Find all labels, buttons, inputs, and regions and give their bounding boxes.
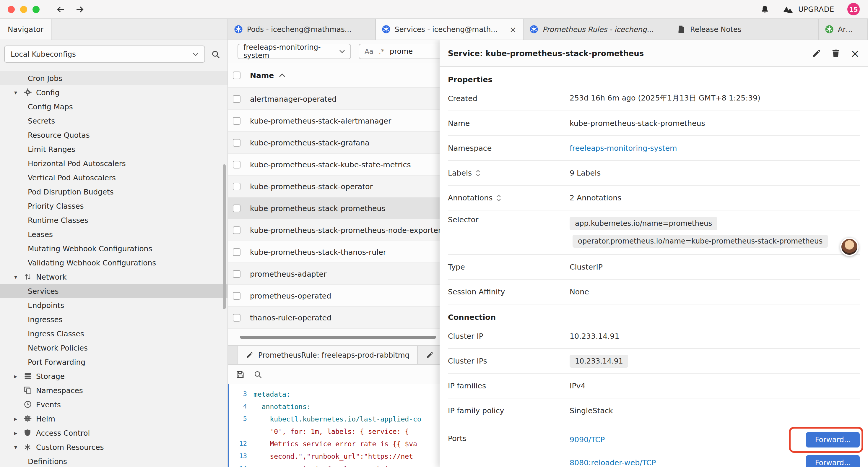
kubeconfig-select[interactable]: Local Kubeconfigs: [4, 46, 205, 63]
sidebar-item[interactable]: Config: [0, 85, 227, 99]
sort-asc-icon[interactable]: [279, 73, 285, 77]
select-all-checkbox[interactable]: [233, 71, 241, 79]
back-icon[interactable]: [56, 4, 66, 14]
sidebar-item-label: Config Maps: [28, 102, 73, 111]
sidebar-item[interactable]: Resource Quotas: [0, 128, 227, 142]
port-link[interactable]: 8080:reloader-web/TCP: [569, 458, 656, 467]
expand-collapse-icon[interactable]: [496, 194, 501, 201]
regex-toggle[interactable]: .*: [379, 47, 384, 56]
cluster-tab[interactable]: Prometheus Rules - icecheng...: [524, 19, 671, 39]
sidebar-item[interactable]: Cron Jobs: [0, 71, 227, 85]
sidebar-item[interactable]: Namespaces: [0, 383, 227, 397]
line-number: 12: [229, 440, 253, 447]
avatar[interactable]: [840, 238, 859, 256]
name-column-header[interactable]: Name: [250, 71, 274, 80]
row-checkbox[interactable]: [233, 226, 241, 234]
service-details-drawer: Service: kube-prometheus-stack-prometheu…: [440, 40, 868, 467]
sidebar-item[interactable]: Helm: [0, 411, 227, 426]
sidebar-item[interactable]: Events: [0, 397, 227, 411]
match-case-toggle[interactable]: Aa: [365, 47, 373, 56]
sidebar-item[interactable]: Ingresses: [0, 312, 227, 326]
labels-count[interactable]: 9 Labels: [569, 169, 860, 177]
row-checkbox[interactable]: [233, 95, 241, 103]
sidebar-item[interactable]: Ingress Classes: [0, 326, 227, 341]
sidebar-item[interactable]: Access Control: [0, 426, 227, 440]
row-checkbox[interactable]: [233, 204, 241, 212]
zoom-window-button[interactable]: [32, 6, 39, 13]
row-checkbox[interactable]: [233, 182, 241, 190]
service-name: kube-prometheus-stack-thanos-ruler: [250, 247, 386, 256]
sidebar-item[interactable]: Endpoints: [0, 298, 227, 312]
namespace-select[interactable]: freeleaps-monitoring-system: [238, 44, 351, 59]
row-checkbox[interactable]: [233, 270, 241, 278]
sidebar-item[interactable]: Vertical Pod Autoscalers: [0, 170, 227, 184]
notification-count-badge[interactable]: 15: [847, 3, 860, 16]
editor-search-icon[interactable]: [253, 370, 262, 379]
expand-collapse-icon[interactable]: [475, 169, 480, 176]
sidebar-scrollbar[interactable]: [223, 164, 226, 309]
minimize-window-button[interactable]: [20, 6, 27, 13]
sidebar-item[interactable]: Pod Disruption Budgets: [0, 184, 227, 199]
sidebar-item[interactable]: Runtime Classes: [0, 213, 227, 227]
horizontal-scrollbar[interactable]: [240, 335, 436, 339]
cluster-tab[interactable]: Services - icecheng@math... ×: [376, 19, 524, 39]
save-icon[interactable]: [236, 370, 245, 379]
delete-service-icon[interactable]: [831, 49, 840, 58]
session-affinity-row: Session Affinity None: [448, 280, 860, 304]
sidebar-item[interactable]: Storage: [0, 369, 227, 383]
forward-button[interactable]: Forward...: [806, 432, 860, 447]
navigator-sidebar: Local Kubeconfigs Cron Jobs: [0, 40, 228, 467]
edit-service-icon[interactable]: [812, 49, 821, 58]
properties-heading: Properties: [448, 75, 860, 84]
cluster-tab[interactable]: Argo Se: [819, 19, 868, 39]
sidebar-item[interactable]: Secrets: [0, 114, 227, 128]
sidebar-item-label: Network: [36, 272, 67, 281]
titlebar: UPGRADE 15: [0, 0, 868, 19]
ports-label: Ports: [448, 434, 569, 443]
upgrade-button[interactable]: UPGRADE: [782, 5, 834, 13]
forward-icon[interactable]: [75, 4, 85, 14]
sidebar-item[interactable]: Network: [0, 269, 227, 284]
sidebar-item[interactable]: Limit Ranges: [0, 142, 227, 156]
cluster-tab[interactable]: Pods - icecheng@mathmas...: [228, 19, 376, 39]
kubernetes-green-icon: [825, 25, 834, 34]
port-link[interactable]: 9090/TCP: [569, 435, 605, 444]
sidebar-item[interactable]: Priority Classes: [0, 199, 227, 213]
row-checkbox[interactable]: [233, 248, 241, 256]
sidebar-item[interactable]: Definitions: [0, 454, 227, 467]
annotations-count[interactable]: 2 Annotations: [569, 193, 860, 202]
forward-button[interactable]: Forward...: [806, 455, 860, 467]
chevron-icon: [14, 430, 23, 436]
code-text: second.","runbook_url":"https://net: [253, 452, 413, 460]
window-controls: [0, 6, 47, 13]
row-checkbox[interactable]: [233, 117, 241, 124]
sidebar-item[interactable]: Config Maps: [0, 99, 227, 114]
labels-row: Labels 9 Labels: [448, 161, 860, 185]
sidebar-item[interactable]: Horizontal Pod Autoscalers: [0, 156, 227, 170]
sidebar-item-label: Priority Classes: [28, 201, 84, 210]
row-checkbox[interactable]: [233, 314, 241, 321]
sidebar-item[interactable]: Services: [0, 284, 227, 298]
row-checkbox[interactable]: [233, 160, 241, 168]
storage-icon: [23, 372, 32, 380]
close-window-button[interactable]: [8, 6, 15, 13]
namespace-link[interactable]: freeleaps-monitoring-system: [569, 144, 677, 152]
custom-resources-icon: [23, 442, 32, 451]
sidebar-item[interactable]: Validating Webhook Configurations: [0, 255, 227, 269]
sidebar-item[interactable]: Network Policies: [0, 341, 227, 355]
sidebar-item[interactable]: Custom Resources: [0, 440, 227, 454]
sidebar-item[interactable]: Port Forwarding: [0, 355, 227, 369]
sidebar-item-label: Definitions: [28, 457, 67, 466]
cluster-tab[interactable]: Release Notes: [671, 19, 819, 39]
dock-tab-prometheusrule[interactable]: PrometheusRule: freeleaps-prod-rabbitmq: [238, 346, 418, 364]
close-tab-icon[interactable]: ×: [509, 25, 517, 33]
sidebar-search-icon[interactable]: [210, 48, 222, 60]
created-row: Created 253d 16h 6m ago (2025年1月13日 GMT+…: [448, 86, 860, 111]
navigator-panel-tab[interactable]: Navigator: [0, 19, 52, 39]
row-checkbox[interactable]: [233, 292, 241, 299]
sidebar-item[interactable]: Mutating Webhook Configurations: [0, 241, 227, 255]
row-checkbox[interactable]: [233, 139, 241, 146]
close-drawer-icon[interactable]: ×: [850, 48, 860, 59]
notifications-bell-icon[interactable]: [761, 4, 769, 14]
sidebar-item[interactable]: Leases: [0, 227, 227, 241]
